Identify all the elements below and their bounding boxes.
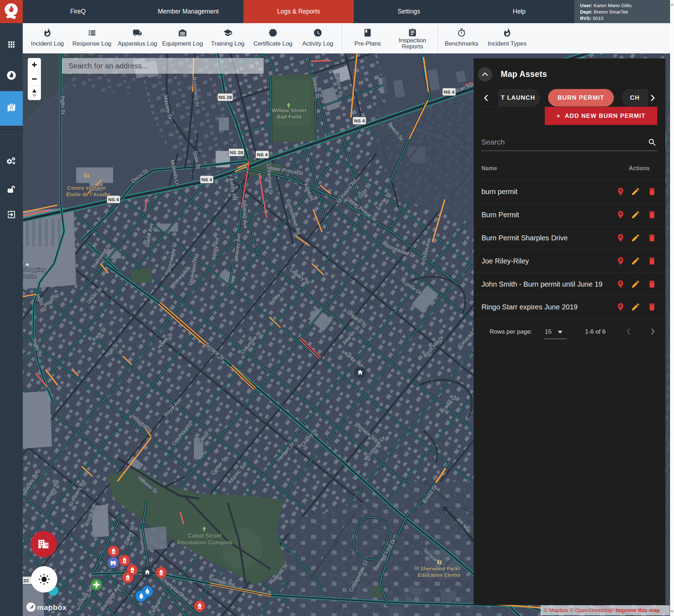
svg-text:Search for an address...: Search for an address... (68, 62, 148, 70)
svg-text:22: 22 (23, 578, 28, 583)
svg-text:Centre: Centre (20, 273, 36, 279)
svg-text:mapbox: mapbox (37, 603, 67, 611)
svg-text:NS 4: NS 4 (444, 89, 455, 95)
svg-text:Shopping: Shopping (23, 266, 45, 272)
svg-text:Étoile de l’Acadie: Étoile de l’Acadie (66, 191, 110, 197)
svg-text:NS 4: NS 4 (257, 152, 268, 157)
svg-text:NS 28: NS 28 (230, 150, 243, 155)
svg-text:Recreation Complex: Recreation Complex (177, 539, 232, 545)
svg-text:Cabot Street: Cabot Street (188, 533, 222, 539)
svg-text:NS 4: NS 4 (354, 118, 365, 124)
svg-text:Education Centre: Education Centre (418, 572, 460, 578)
svg-text:Willow Street: Willow Street (272, 107, 306, 113)
svg-text:NS 28: NS 28 (218, 95, 232, 100)
svg-text:Centre scolaire: Centre scolaire (67, 185, 106, 191)
svg-text:NS 4: NS 4 (201, 177, 212, 182)
svg-text:Ball Field: Ball Field (277, 114, 301, 120)
svg-text:Sherwood Park: Sherwood Park (420, 566, 458, 571)
svg-text:NS 4: NS 4 (108, 197, 119, 202)
svg-text:Inglis St: Inglis St (60, 96, 66, 114)
